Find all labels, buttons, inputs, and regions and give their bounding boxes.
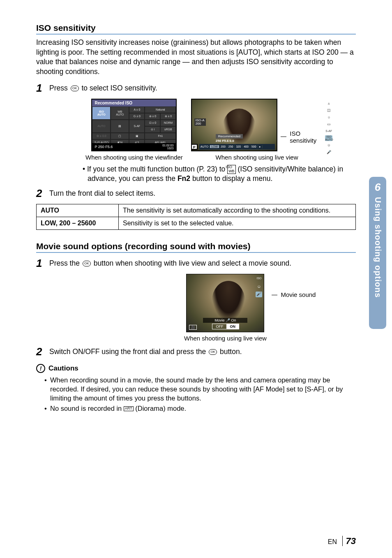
vf-area: ▣ [129, 133, 145, 139]
toggle-on: ON [226, 324, 239, 329]
step-number: 2 [36, 187, 49, 200]
mic-on-icon: 🎤 [256, 292, 262, 297]
step-number: 1 [36, 82, 49, 95]
mic-icon: 🎤 [325, 149, 332, 155]
vf-flash: ⊡ ± 0 [145, 120, 160, 126]
lv-caption: When shooting using live view [214, 154, 300, 161]
mv-caption: When shooting using live view [184, 335, 267, 342]
movie-sound-bar: Movie 🎤 On [203, 318, 247, 323]
face-icon: ☺ [325, 142, 332, 148]
viewfinder-figure: Recommended ISO ISOAUTO WBAUTO A ± 0 Nat… [85, 99, 183, 161]
lv-iso-label: ISO-A 200 [194, 118, 206, 126]
iso-range-desc: Sensitivity is set to the selected value… [119, 217, 356, 229]
caution-item: No sound is recorded in ART (Diorama) mo… [44, 404, 356, 413]
movie-sound-toggle: OFF ON [212, 324, 239, 329]
step-number: 2 [36, 345, 49, 358]
vf-icon2: ⊚ ± 0 [160, 113, 176, 120]
vf-meter-icon: ▤ [111, 120, 129, 133]
step1-post: to select ISO sensitivity. [80, 84, 157, 92]
ok-button-icon: OK [83, 261, 91, 266]
vf-srgb: sRGB [160, 126, 176, 133]
movie-mode-badge: 🎥 [189, 325, 197, 330]
lv-rec-values: 250 F5.6 0.0 [216, 139, 234, 143]
iso-auto-icon: ISOAUTO [325, 135, 332, 141]
vf-natural: Natural [145, 107, 176, 113]
chapter-title: Using shooting options [373, 197, 383, 298]
iso-step-1: 1 Press OK to select ISO sensitivity. [36, 82, 356, 95]
mv-side-icons: ISO ☺ 🎤 [256, 277, 262, 297]
cautions-heading: ! Cautions [36, 364, 356, 373]
wb-icon: ☼ [325, 114, 332, 120]
iso-pointer-label: ISO sensitivity [290, 130, 323, 144]
vf-drive: ▢ [111, 133, 129, 139]
step-number: 1 [36, 257, 49, 270]
ok-button-icon: OK [209, 349, 217, 355]
art-icon: ART [124, 406, 134, 411]
table-row: LOW, 200 – 25600 Sensitivity is set to t… [37, 217, 356, 229]
mv-subject [212, 281, 245, 320]
iso-intro: Increasing ISO sensitivity increases noi… [36, 38, 356, 77]
liveview-panel: ISO-A 200 Recommended 250 F5.6 0.0 P AUT… [191, 99, 277, 151]
picture-mode-icon: ◫ [325, 107, 332, 113]
lv-recommended: Recommended [216, 134, 243, 139]
lv-p-badge: P [191, 144, 198, 150]
saf-icon: S-AF [325, 128, 332, 134]
iso-auto-label: AUTO [37, 204, 119, 217]
vf-saf: S-AF [129, 120, 145, 133]
cautions-list: When recording sound in a movie, the sou… [44, 375, 356, 413]
movie-step-1: 1 Press the OK button when shooting with… [36, 257, 356, 270]
table-row: AUTO The sensitivity is set automaticall… [37, 204, 356, 217]
vf-bottom-right: 01:02:03 1023 [162, 144, 173, 150]
page-number: 73 [342, 536, 356, 546]
caution-icon: ! [36, 364, 45, 373]
chapter-number: 6 [375, 181, 380, 194]
vf-a0: A ± 0 [129, 107, 145, 113]
vf-iso-auto: ISOAUTO [92, 107, 111, 120]
iso-step-2: 2 Turn the front dial to select items. [36, 187, 356, 200]
vf-g0: G ± 0 [129, 113, 145, 120]
lv-side-icons: ▵ ◫ ☼ ▭ S-AF ISOAUTO ☺ 🎤 [325, 100, 332, 155]
iso-section-title: ISO sensitivity [36, 23, 356, 35]
iso-auto-desc: The sensitivity is set automatically acc… [119, 204, 356, 217]
vf-icon1: ⊛ ± 0 [145, 113, 160, 120]
iso-table: AUTO The sensitivity is set automaticall… [36, 204, 356, 230]
caution-item: When recording sound in a movie, the sou… [44, 375, 356, 403]
vf-fn1: Fn1 [145, 133, 176, 139]
page-footer: EN 73 [328, 536, 356, 546]
movie-sound-title: Movie sound options (recording sound wit… [36, 241, 356, 253]
movie-liveview-figure: ISO ☺ 🎤 Movie 🎤 On OFF ON 🎥 When shootin… [184, 274, 267, 342]
iso-auto-icon: ISO [256, 277, 262, 282]
movie-step-2: 2 Switch ON/OFF using the front dial and… [36, 345, 356, 358]
chapter-tab: 6 Using shooting options [369, 177, 386, 329]
aspect-icon: ▭ [325, 121, 332, 127]
vf-wb-auto: WBAUTO [111, 107, 129, 120]
face-icon: ☺ [256, 284, 262, 290]
liveview-figure: ISO-A 200 Recommended 250 F5.6 0.0 P AUT… [191, 99, 323, 161]
ok-button-icon: OK [71, 86, 79, 91]
vf-face: ⊙ i [145, 126, 160, 133]
vf-norm: NORM [160, 120, 176, 126]
movie-panel: ISO ☺ 🎤 Movie 🎤 On OFF ON 🎥 [186, 274, 264, 332]
vf-bottom-left: P 250 F5.6 [95, 145, 113, 149]
movie-sound-pointer: Movie sound [281, 291, 316, 298]
iso-wb-icon: ISO WB [227, 165, 236, 174]
vf-header: Recommended ISO [92, 100, 176, 107]
lv-iso-bar: AUTO LOW 200 250 320 400 500 ▸ [199, 144, 275, 150]
vf-caption: When shooting using the viewfinder [85, 154, 183, 161]
toggle-off: OFF [212, 324, 226, 329]
super-control-panel: Recommended ISO ISOAUTO WBAUTO A ± 0 Nat… [91, 99, 177, 151]
iso-range-label: LOW, 200 – 25600 [37, 217, 119, 229]
vf-flash-exp: ✿ ± 0.0 [92, 133, 111, 139]
nav-up-icon: ▵ [325, 100, 332, 106]
step1-pre: Press [49, 84, 70, 92]
multi-fn-note: • If you set the multi function button (… [88, 164, 356, 184]
vf-auto-dim: AUTO [92, 120, 111, 133]
